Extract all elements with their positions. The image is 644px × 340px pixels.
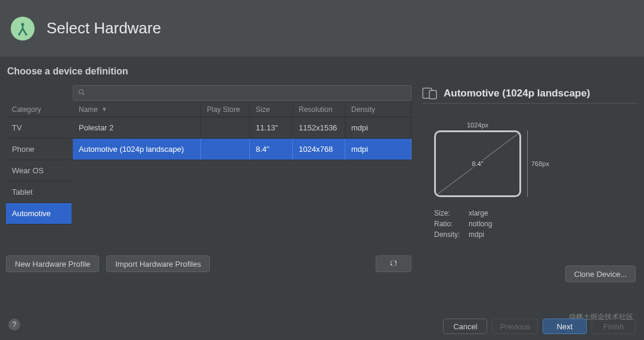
search-input[interactable]: [73, 85, 411, 101]
col-size[interactable]: Size: [250, 102, 293, 117]
clone-device-button[interactable]: Clone Device...: [565, 266, 636, 282]
spec-ratio-label: Ratio:: [434, 219, 469, 229]
cell-name: Polestar 2: [73, 117, 201, 138]
help-button[interactable]: ?: [8, 319, 20, 330]
cell-resolution: 1152x1536: [293, 117, 345, 138]
col-density[interactable]: Density: [345, 102, 411, 117]
svg-rect-6: [429, 91, 436, 99]
preview-title: Automotive (1024p landscape): [444, 88, 590, 99]
new-hardware-profile-button[interactable]: New Hardware Profile: [6, 255, 99, 272]
screen-diagonal-label: 8.4": [469, 160, 485, 167]
android-studio-logo-icon: [11, 17, 35, 40]
col-resolution[interactable]: Resolution: [293, 102, 345, 117]
title-bar: Select Hardware: [0, 0, 644, 57]
category-header: Category: [6, 102, 72, 117]
category-tablet[interactable]: Tablet: [6, 182, 72, 203]
col-name[interactable]: Name▼: [73, 102, 201, 117]
refresh-button[interactable]: [376, 255, 411, 272]
sort-desc-icon: ▼: [101, 106, 107, 113]
section-title: Choose a device definition: [7, 66, 638, 77]
category-automotive[interactable]: Automotive: [6, 203, 72, 224]
specs: Size:xlarge Ratio:notlong Density:mdpi: [434, 208, 492, 240]
refresh-icon: [389, 258, 398, 270]
svg-line-4: [83, 93, 85, 95]
category-phone[interactable]: Phone: [6, 139, 72, 160]
import-hardware-profiles-button[interactable]: Import Hardware Profiles: [106, 255, 210, 272]
cancel-button[interactable]: Cancel: [443, 319, 487, 334]
cell-density: mdpi: [345, 139, 411, 160]
screen-preview: 8.4": [434, 130, 521, 197]
dimension-height-label: 768px: [527, 130, 549, 197]
device-table-header: Name▼ Play Store Size Resolution Density: [73, 102, 411, 117]
search-icon: [78, 89, 85, 98]
cell-density: mdpi: [345, 117, 411, 138]
device-table: Name▼ Play Store Size Resolution Density…: [73, 102, 411, 224]
device-row[interactable]: Automotive (1024p landscape) 8.4" 1024x7…: [73, 139, 411, 160]
category-list: Category TV Phone Wear OS Tablet Automot…: [6, 102, 72, 224]
cell-play-store: [201, 139, 250, 160]
spec-density-label: Density:: [434, 229, 469, 240]
next-button[interactable]: Next: [543, 319, 587, 334]
dimension-width-label: 1024px: [467, 121, 488, 129]
cell-name: Automotive (1024p landscape): [73, 139, 201, 160]
spec-density-value: mdpi: [469, 229, 484, 240]
spec-size-value: xlarge: [469, 208, 488, 219]
page-title: Select Hardware: [47, 19, 161, 38]
col-play-store[interactable]: Play Store: [201, 102, 250, 117]
cell-size: 11.13": [250, 117, 293, 138]
previous-button: Previous: [492, 319, 538, 334]
cell-play-store: [201, 117, 250, 138]
cell-size: 8.4": [250, 139, 293, 160]
category-wear-os[interactable]: Wear OS: [6, 160, 72, 182]
finish-button: Finish: [592, 319, 636, 334]
devices-icon: [422, 88, 436, 99]
spec-ratio-value: notlong: [469, 219, 492, 229]
device-row[interactable]: Polestar 2 11.13" 1152x1536 mdpi: [73, 117, 411, 139]
cell-resolution: 1024x768: [293, 139, 345, 160]
svg-point-2: [25, 33, 27, 35]
svg-point-1: [18, 33, 20, 35]
category-tv[interactable]: TV: [6, 117, 72, 139]
svg-point-3: [79, 89, 83, 93]
preview-panel: Automotive (1024p landscape) 1024px 8.4"…: [422, 85, 638, 240]
spec-size-label: Size:: [434, 208, 469, 219]
divider: [422, 103, 638, 104]
